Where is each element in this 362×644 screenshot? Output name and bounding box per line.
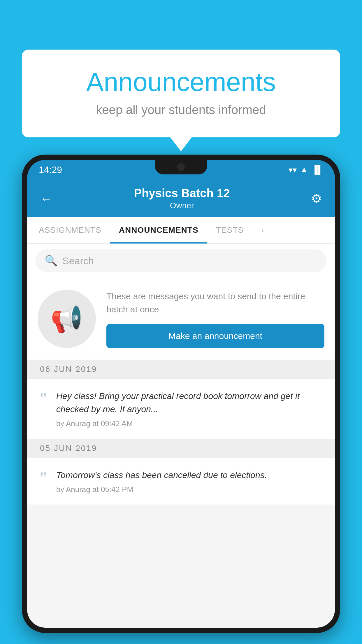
- wifi-icon: ▾▾: [289, 165, 297, 175]
- search-icon: 🔍: [45, 255, 58, 267]
- settings-icon[interactable]: ⚙: [311, 191, 322, 206]
- tabs-bar: ASSIGNMENTS ANNOUNCEMENTS TESTS ›: [27, 217, 335, 244]
- quote-icon-2: ": [40, 470, 47, 487]
- announcement-content-2: Tomorrow's class has been cancelled due …: [56, 468, 322, 494]
- phone-wrapper: 14:29 ▾▾ ▲ ▐▌ ← Physics Batch 12 Owner ⚙…: [22, 155, 340, 644]
- phone-notch: [155, 160, 207, 174]
- announcement-text-1: Hey class! Bring your practical record b…: [56, 389, 322, 416]
- speech-bubble: Announcements keep all your students inf…: [22, 50, 340, 137]
- signal-icon: ▲: [300, 165, 308, 174]
- announcement-item-1: " Hey class! Bring your practical record…: [27, 379, 335, 439]
- quote-icon-1: ": [40, 391, 47, 407]
- search-bar[interactable]: 🔍 Search: [35, 249, 327, 272]
- tab-announcements[interactable]: ANNOUNCEMENTS: [110, 217, 207, 243]
- announcement-content-1: Hey class! Bring your practical record b…: [56, 389, 322, 428]
- bubble-title: Announcements: [45, 67, 317, 97]
- status-icons: ▾▾ ▲ ▐▌: [289, 165, 323, 175]
- battery-icon: ▐▌: [312, 165, 323, 174]
- search-placeholder: Search: [62, 255, 94, 267]
- tab-more[interactable]: ›: [252, 217, 273, 243]
- announcement-text-2: Tomorrow's class has been cancelled due …: [56, 468, 322, 482]
- date-divider-1: 06 JUN 2019: [27, 360, 335, 379]
- phone-frame: 14:29 ▾▾ ▲ ▐▌ ← Physics Batch 12 Owner ⚙…: [22, 155, 340, 633]
- megaphone-circle: 📢: [38, 290, 96, 348]
- tab-tests[interactable]: TESTS: [207, 217, 252, 243]
- prompt-right: These are messages you want to send to t…: [106, 290, 324, 348]
- phone-camera: [177, 163, 185, 171]
- megaphone-icon: 📢: [50, 304, 83, 334]
- app-header: ← Physics Batch 12 Owner ⚙: [27, 180, 335, 217]
- announcement-meta-1: by Anurag at 09:42 AM: [56, 419, 322, 428]
- header-title: Physics Batch 12: [134, 187, 230, 200]
- search-container: 🔍 Search: [27, 244, 335, 278]
- header-subtitle: Owner: [134, 201, 230, 210]
- back-button[interactable]: ←: [40, 191, 53, 206]
- phone-inner: 14:29 ▾▾ ▲ ▐▌ ← Physics Batch 12 Owner ⚙…: [27, 160, 335, 628]
- phone-screen: 🔍 Search 📢 These are messages you want t…: [27, 244, 335, 628]
- make-announcement-button[interactable]: Make an announcement: [106, 324, 324, 348]
- announcement-meta-2: by Anurag at 05:42 PM: [56, 485, 322, 494]
- header-center: Physics Batch 12 Owner: [134, 187, 230, 210]
- announcement-prompt: 📢 These are messages you want to send to…: [27, 278, 335, 360]
- tab-assignments[interactable]: ASSIGNMENTS: [30, 217, 110, 243]
- status-time: 14:29: [39, 164, 62, 175]
- date-divider-2: 05 JUN 2019: [27, 439, 335, 458]
- speech-bubble-container: Announcements keep all your students inf…: [22, 50, 340, 137]
- announcement-item-2: " Tomorrow's class has been cancelled du…: [27, 458, 335, 505]
- bubble-subtitle: keep all your students informed: [45, 103, 317, 117]
- prompt-description: These are messages you want to send to t…: [106, 290, 324, 316]
